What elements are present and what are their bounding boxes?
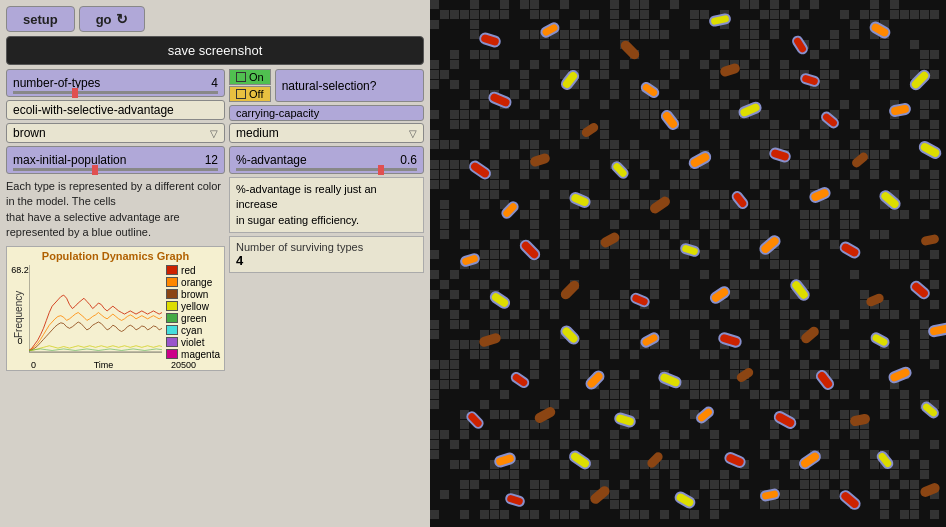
legend-item: orange — [166, 277, 220, 288]
legend-label: cyan — [181, 325, 202, 336]
carrying-capacity-section: carrying-capacity medium ▽ — [229, 105, 424, 143]
slider-value-types: 4 — [194, 76, 218, 90]
legend-color-box — [166, 313, 178, 323]
surviving-types-box: Number of surviving types 4 — [229, 236, 424, 273]
ecoli-label: ecoli-with-selective-advantage — [13, 103, 218, 117]
setup-button[interactable]: setup — [6, 6, 75, 32]
pct-advantage-slider[interactable]: %-advantage 0.6 — [229, 146, 424, 174]
y-max-label: 68.2 — [11, 265, 29, 275]
graph-content: 68.2 Frequency 0 — [7, 265, 224, 360]
natural-selection-row: On Off natural-selection? — [229, 69, 424, 102]
y-min-label: 0 — [17, 336, 22, 346]
carrying-capacity-dropdown[interactable]: medium ▽ — [229, 123, 424, 143]
number-of-types-slider[interactable]: number-of-types 4 — [6, 69, 225, 97]
screenshot-button[interactable]: save screenshot — [6, 36, 424, 65]
natural-selection-text: natural-selection? — [282, 79, 377, 93]
pct-advantage-value: 0.6 — [400, 153, 417, 167]
on-button[interactable]: On — [229, 69, 271, 85]
carrying-capacity-value: medium — [236, 126, 409, 140]
legend-item: brown — [166, 289, 220, 300]
natural-selection-label: natural-selection? — [275, 69, 424, 102]
legend-label: yellow — [181, 301, 209, 312]
slider-label-pop: max-initial-population — [13, 153, 194, 167]
legend-label: violet — [181, 337, 204, 348]
off-button[interactable]: Off — [229, 86, 271, 102]
legend-color-box — [166, 337, 178, 347]
legend-color-box — [166, 289, 178, 299]
right-controls: On Off natural-selection? carrying-capac… — [229, 69, 424, 371]
graph-title: Population Dynamics Graph — [7, 247, 224, 265]
legend-color-box — [166, 301, 178, 311]
graph-area: Population Dynamics Graph 68.2 Frequency… — [6, 246, 225, 371]
legend-item: cyan — [166, 325, 220, 336]
go-button[interactable]: go ↻ — [79, 6, 145, 32]
legend-label: magenta — [181, 349, 220, 360]
pct-advantage-label: %-advantage — [236, 153, 400, 167]
world-canvas — [430, 0, 946, 527]
legend-item: green — [166, 313, 220, 324]
legend-color-box — [166, 325, 178, 335]
controls-section: number-of-types 4 ecoli-with-selective-a… — [6, 69, 424, 371]
simulation-canvas — [430, 0, 946, 527]
legend-color-box — [166, 277, 178, 287]
legend-color-box — [166, 265, 178, 275]
legend-item: violet — [166, 337, 220, 348]
slider-track-pop — [13, 168, 218, 171]
surviving-label: Number of surviving types — [236, 241, 417, 253]
go-label: go — [96, 12, 112, 27]
legend-item: yellow — [166, 301, 220, 312]
graph-legend: redorangebrownyellowgreencyanvioletmagen… — [162, 265, 224, 360]
left-controls: number-of-types 4 ecoli-with-selective-a… — [6, 69, 225, 371]
x-axis-row: 0 Time 20500 — [7, 360, 224, 370]
x-min-label: 0 — [31, 360, 36, 370]
color-arrow-icon: ▽ — [210, 128, 218, 139]
ecoli-dropdown[interactable]: ecoli-with-selective-advantage — [6, 100, 225, 120]
top-controls: setup go ↻ — [6, 6, 424, 32]
pct-advantage-info: %-advantage is really just an increase i… — [229, 177, 424, 233]
x-label-center: Time — [94, 360, 114, 370]
slider-track-types — [13, 91, 218, 94]
color-dropdown[interactable]: brown ▽ — [6, 123, 225, 143]
off-indicator — [236, 89, 246, 99]
slider-label-types: number-of-types — [13, 76, 194, 90]
max-initial-population-slider[interactable]: max-initial-population 12 — [6, 146, 225, 174]
legend-item: magenta — [166, 349, 220, 360]
slider-thumb-types[interactable] — [72, 88, 78, 98]
refresh-icon: ↻ — [116, 11, 128, 27]
slider-thumb-pop[interactable] — [92, 165, 98, 175]
carrying-capacity-label: carrying-capacity — [229, 105, 424, 121]
carrying-capacity-arrow-icon: ▽ — [409, 128, 417, 139]
legend-label: red — [181, 265, 195, 276]
x-max-label: 20500 — [171, 360, 196, 370]
legend-color-box — [166, 349, 178, 359]
graph-svg — [29, 265, 162, 360]
pct-thumb[interactable] — [378, 165, 384, 175]
slider-value-pop: 12 — [194, 153, 218, 167]
color-label: brown — [13, 126, 210, 140]
off-label: Off — [249, 88, 263, 100]
on-off-toggle: On Off — [229, 69, 271, 102]
legend-label: brown — [181, 289, 208, 300]
on-label: On — [249, 71, 264, 83]
pct-track — [236, 168, 417, 171]
legend-item: red — [166, 265, 220, 276]
on-indicator — [236, 72, 246, 82]
legend-label: orange — [181, 277, 212, 288]
description-text: Each type is represented by a different … — [6, 177, 225, 243]
legend-label: green — [181, 313, 207, 324]
surviving-value: 4 — [236, 253, 417, 268]
